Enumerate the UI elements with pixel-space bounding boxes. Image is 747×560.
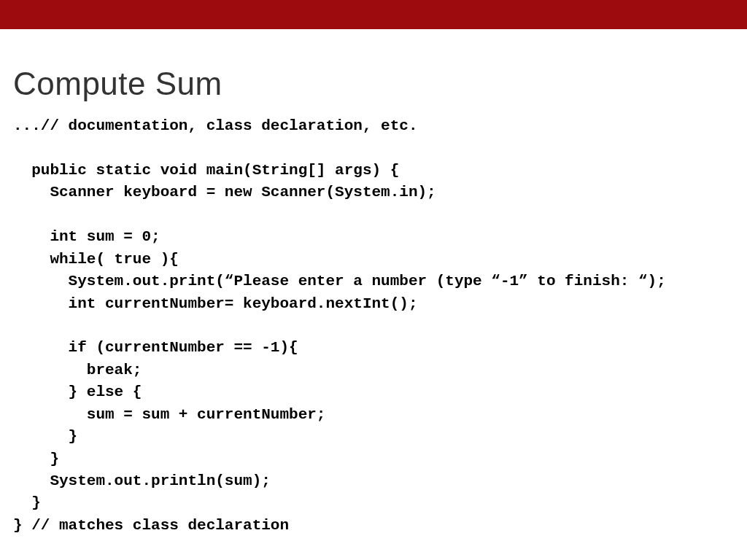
code-listing: ...// documentation, class declaration, … xyxy=(13,115,734,537)
slide-header-bar xyxy=(0,0,747,29)
slide-title: Compute Sum xyxy=(13,66,734,102)
slide-content: Compute Sum ...// documentation, class d… xyxy=(0,29,747,537)
